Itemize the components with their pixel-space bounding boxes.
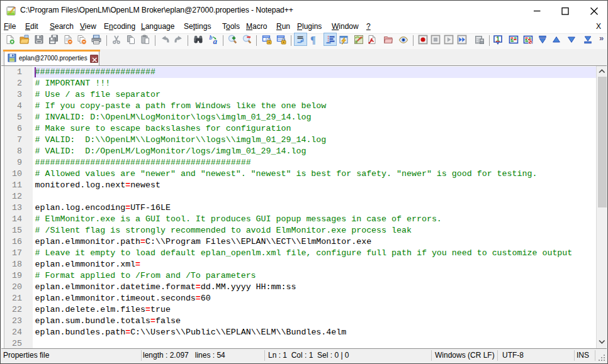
svg-text:b: b xyxy=(209,35,212,41)
svg-text:¶: ¶ xyxy=(310,35,316,45)
